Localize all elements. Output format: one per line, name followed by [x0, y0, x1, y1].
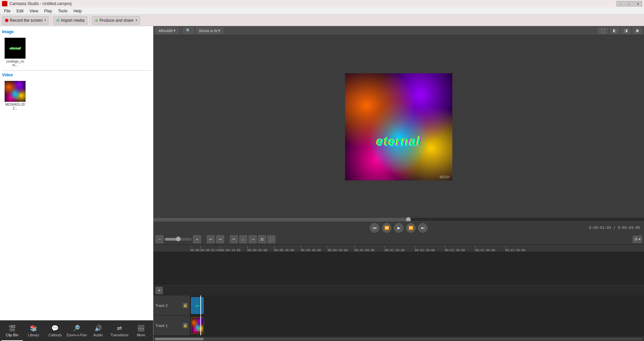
image-label-eternal: coollogo_com...	[3, 60, 27, 67]
cut-btn[interactable]: ✂	[230, 235, 238, 243]
clip-bin-icon: 🎬	[8, 324, 16, 332]
tab-library[interactable]: 📚 Library	[23, 322, 44, 341]
tab-more[interactable]: ⋯ More	[130, 322, 152, 341]
tab-callouts[interactable]: 💬 Callouts	[44, 322, 66, 341]
zoom-slider-handle[interactable]	[176, 237, 181, 241]
image-item-eternal[interactable]: eternal coollogo_com...	[3, 37, 27, 67]
timeline-scroll[interactable]	[153, 336, 644, 341]
zoom-in-btn[interactable]: +	[193, 235, 201, 243]
menubar: File Edit View Play Tools Help	[0, 7, 644, 15]
more-icon: ⋯	[137, 324, 145, 332]
app-icon	[2, 1, 7, 6]
toolbar: Record the screen ▾ ⊞ Import media ⊕ Pro…	[0, 15, 644, 26]
track-1-header: Track 1 🔒	[153, 316, 190, 335]
gear-button[interactable]: ⚙ ▾	[633, 236, 642, 243]
menu-file[interactable]: File	[1, 8, 13, 14]
preview-toolbar: 480x480 ▾ 🔍 Shrink to fit ▾ ⛶ ◧ ◨ ▣	[153, 26, 644, 35]
moshed-thumbnail	[5, 81, 25, 102]
resolution-dropdown[interactable]: 480x480 ▾	[155, 27, 179, 34]
left-panel: Image eternal coollogo_com... Video MOSH…	[0, 26, 153, 341]
time-display: 0:00:02:04 / 0:00:04:00	[589, 226, 640, 230]
close-button[interactable]: ✕	[634, 1, 642, 6]
zoom-out-btn[interactable]: −	[155, 235, 164, 243]
preview-btn-2[interactable]: ◧	[610, 27, 619, 34]
gear-icon: ⚙	[634, 237, 638, 242]
menu-help[interactable]: Help	[71, 8, 84, 14]
preview-btn-3[interactable]: ◨	[621, 27, 631, 34]
minimize-button[interactable]: ─	[617, 1, 625, 6]
preview-image: eternal MOSH	[345, 73, 452, 180]
undo-btn[interactable]: ↩	[207, 235, 215, 243]
skip-start-button[interactable]: ⏮	[370, 223, 379, 233]
ruler-mark-4: 00:00:30:00	[274, 246, 301, 252]
fast-forward-button[interactable]: ⏩	[406, 223, 415, 233]
import-label: Import media	[61, 18, 84, 23]
track-1-content[interactable]	[190, 316, 644, 335]
track-1-lock[interactable]: 🔒	[183, 323, 188, 328]
h-scrollbar-thumb[interactable]	[155, 338, 204, 340]
track-2-lock[interactable]: 🔒	[183, 303, 188, 308]
track-2-label: Track 2	[155, 304, 168, 308]
tab-zoom-n-pan[interactable]: 🔎 Zoom-n-Pan	[66, 322, 87, 341]
preview-bg	[345, 73, 452, 180]
skip-end-button[interactable]: ⏭	[418, 223, 428, 233]
tab-label-callouts: Callouts	[48, 333, 62, 337]
tab-clip-bin[interactable]: 🎬 Clip Bin	[1, 322, 23, 341]
play-button[interactable]: ▶	[394, 223, 403, 233]
h-scrollbar[interactable]	[155, 338, 643, 340]
preview-expand-btn[interactable]: ⛶	[598, 28, 608, 34]
preview-btn-4[interactable]: ▣	[633, 27, 642, 34]
add-track-button[interactable]: +	[155, 287, 163, 294]
ruler-mark-6: 00:00:50:00	[328, 246, 355, 252]
tl-sep-1	[204, 236, 204, 243]
resolution-arrow: ▾	[174, 28, 176, 33]
maximize-button[interactable]: □	[625, 1, 633, 6]
preview-watermark: MOSH	[440, 175, 450, 179]
empty-track-area	[153, 252, 644, 285]
video-label-moshed: MOSHED-202...	[3, 103, 27, 110]
menu-play[interactable]: Play	[42, 8, 55, 14]
detach-btn[interactable]: ⧉	[258, 235, 266, 243]
record-button[interactable]: Record the screen ▾	[2, 16, 49, 25]
produce-arrow: ▾	[136, 19, 137, 22]
ruler-mark-0: 00:00	[190, 246, 200, 252]
menu-tools[interactable]: Tools	[55, 8, 70, 14]
record-arrow: ▾	[45, 19, 46, 22]
tab-label-zoom-n-pan: Zoom-n-Pan	[66, 333, 87, 337]
tab-transitions[interactable]: ⇌ Transitions	[109, 322, 130, 341]
menu-edit[interactable]: Edit	[14, 8, 26, 14]
ruler-mark-12: 00:01:50:00	[505, 246, 535, 252]
rewind-button[interactable]: ⏪	[382, 223, 391, 233]
produce-button[interactable]: ⊕ Produce and share ▾	[92, 16, 140, 25]
track-2-header: Track 2 🔒	[153, 295, 190, 315]
crop-btn[interactable]: ⬚	[267, 235, 275, 243]
ruler-mark-10: 00:01:30:00	[445, 246, 475, 252]
split-btn[interactable]: ⫠	[239, 235, 247, 243]
ruler-mark-1: 00:00:02:04	[200, 246, 220, 252]
timeline-toolbar: − + ↩ ↪ ✂ ⫠ ⇢ ⧉ ⬚ ⚙ ▾	[153, 234, 644, 245]
timeline-area: − + ↩ ↪ ✂ ⫠ ⇢ ⧉ ⬚ ⚙ ▾	[153, 234, 644, 341]
zoom-n-pan-icon: 🔎	[72, 324, 80, 332]
produce-icon: ⊕	[95, 18, 98, 23]
right-panel: 480x480 ▾ 🔍 Shrink to fit ▾ ⛶ ◧ ◨ ▣ eter…	[153, 26, 644, 341]
menu-view[interactable]: View	[27, 8, 41, 14]
track-1-clip-inner	[191, 318, 203, 334]
zoom-dropdown[interactable]: Shrink to fit ▾	[196, 27, 223, 34]
image-section-label: Image	[2, 29, 151, 34]
import-button[interactable]: ⊞ Import media	[53, 16, 87, 25]
ruler-mark-5: 00:00:40:00	[301, 246, 328, 252]
tab-audio[interactable]: 🔊 Audio	[87, 322, 109, 341]
extend-btn[interactable]: ⇢	[249, 235, 257, 243]
tab-label-audio: Audio	[93, 333, 103, 337]
track-2-content[interactable]: ete	[190, 295, 644, 315]
redo-btn[interactable]: ↪	[216, 235, 224, 243]
track-1-clip[interactable]	[191, 317, 204, 334]
track-2-clip[interactable]: ete	[191, 297, 204, 314]
produce-label: Produce and share	[100, 18, 133, 23]
video-item-moshed[interactable]: MOSHED-202...	[3, 81, 27, 110]
zoom-slider[interactable]	[165, 238, 192, 241]
audio-icon: 🔊	[94, 324, 102, 332]
eternal-text: eternal	[10, 47, 21, 50]
seek-bar[interactable]	[153, 218, 644, 221]
track-2-clip-inner: ete	[191, 297, 203, 314]
